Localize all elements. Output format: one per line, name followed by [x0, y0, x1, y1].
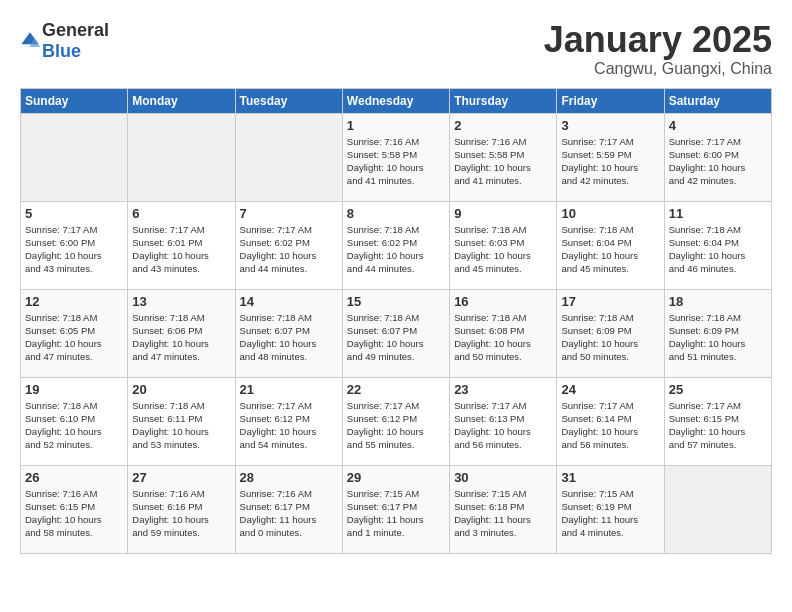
calendar-cell: 10Sunrise: 7:18 AM Sunset: 6:04 PM Dayli…	[557, 201, 664, 289]
day-info: Sunrise: 7:18 AM Sunset: 6:06 PM Dayligh…	[132, 311, 230, 364]
day-info: Sunrise: 7:17 AM Sunset: 6:01 PM Dayligh…	[132, 223, 230, 276]
weekday-header-cell: Saturday	[664, 88, 771, 113]
day-info: Sunrise: 7:15 AM Sunset: 6:18 PM Dayligh…	[454, 487, 552, 540]
calendar-cell	[128, 113, 235, 201]
calendar-cell	[235, 113, 342, 201]
weekday-header-cell: Monday	[128, 88, 235, 113]
day-number: 28	[240, 470, 338, 485]
logo-text: General Blue	[42, 20, 109, 62]
day-info: Sunrise: 7:17 AM Sunset: 6:00 PM Dayligh…	[669, 135, 767, 188]
day-number: 18	[669, 294, 767, 309]
calendar-cell: 20Sunrise: 7:18 AM Sunset: 6:11 PM Dayli…	[128, 377, 235, 465]
weekday-header-cell: Wednesday	[342, 88, 449, 113]
day-number: 26	[25, 470, 123, 485]
day-number: 23	[454, 382, 552, 397]
day-number: 31	[561, 470, 659, 485]
day-number: 3	[561, 118, 659, 133]
calendar-cell: 28Sunrise: 7:16 AM Sunset: 6:17 PM Dayli…	[235, 465, 342, 553]
day-info: Sunrise: 7:18 AM Sunset: 6:05 PM Dayligh…	[25, 311, 123, 364]
calendar-body: 1Sunrise: 7:16 AM Sunset: 5:58 PM Daylig…	[21, 113, 772, 553]
day-number: 11	[669, 206, 767, 221]
day-number: 13	[132, 294, 230, 309]
location-title: Cangwu, Guangxi, China	[544, 60, 772, 78]
day-number: 7	[240, 206, 338, 221]
weekday-header: SundayMondayTuesdayWednesdayThursdayFrid…	[21, 88, 772, 113]
day-number: 15	[347, 294, 445, 309]
calendar-week-row: 5Sunrise: 7:17 AM Sunset: 6:00 PM Daylig…	[21, 201, 772, 289]
day-number: 16	[454, 294, 552, 309]
day-number: 25	[669, 382, 767, 397]
day-info: Sunrise: 7:17 AM Sunset: 5:59 PM Dayligh…	[561, 135, 659, 188]
calendar-cell: 17Sunrise: 7:18 AM Sunset: 6:09 PM Dayli…	[557, 289, 664, 377]
day-number: 24	[561, 382, 659, 397]
calendar-cell	[664, 465, 771, 553]
day-info: Sunrise: 7:15 AM Sunset: 6:17 PM Dayligh…	[347, 487, 445, 540]
calendar-week-row: 12Sunrise: 7:18 AM Sunset: 6:05 PM Dayli…	[21, 289, 772, 377]
calendar-table: SundayMondayTuesdayWednesdayThursdayFrid…	[20, 88, 772, 554]
calendar-cell: 18Sunrise: 7:18 AM Sunset: 6:09 PM Dayli…	[664, 289, 771, 377]
calendar-cell: 14Sunrise: 7:18 AM Sunset: 6:07 PM Dayli…	[235, 289, 342, 377]
calendar-cell: 22Sunrise: 7:17 AM Sunset: 6:12 PM Dayli…	[342, 377, 449, 465]
calendar-cell: 24Sunrise: 7:17 AM Sunset: 6:14 PM Dayli…	[557, 377, 664, 465]
day-number: 21	[240, 382, 338, 397]
day-number: 20	[132, 382, 230, 397]
day-info: Sunrise: 7:16 AM Sunset: 5:58 PM Dayligh…	[347, 135, 445, 188]
day-number: 5	[25, 206, 123, 221]
calendar-cell: 13Sunrise: 7:18 AM Sunset: 6:06 PM Dayli…	[128, 289, 235, 377]
calendar-cell: 8Sunrise: 7:18 AM Sunset: 6:02 PM Daylig…	[342, 201, 449, 289]
day-info: Sunrise: 7:18 AM Sunset: 6:04 PM Dayligh…	[669, 223, 767, 276]
day-info: Sunrise: 7:17 AM Sunset: 6:12 PM Dayligh…	[347, 399, 445, 452]
day-info: Sunrise: 7:18 AM Sunset: 6:08 PM Dayligh…	[454, 311, 552, 364]
day-info: Sunrise: 7:17 AM Sunset: 6:14 PM Dayligh…	[561, 399, 659, 452]
day-number: 22	[347, 382, 445, 397]
day-number: 14	[240, 294, 338, 309]
day-number: 19	[25, 382, 123, 397]
logo-general: General	[42, 20, 109, 40]
calendar-cell: 4Sunrise: 7:17 AM Sunset: 6:00 PM Daylig…	[664, 113, 771, 201]
calendar-cell: 15Sunrise: 7:18 AM Sunset: 6:07 PM Dayli…	[342, 289, 449, 377]
day-info: Sunrise: 7:18 AM Sunset: 6:09 PM Dayligh…	[669, 311, 767, 364]
day-info: Sunrise: 7:18 AM Sunset: 6:07 PM Dayligh…	[347, 311, 445, 364]
day-number: 29	[347, 470, 445, 485]
calendar-cell: 2Sunrise: 7:16 AM Sunset: 5:58 PM Daylig…	[450, 113, 557, 201]
day-info: Sunrise: 7:18 AM Sunset: 6:10 PM Dayligh…	[25, 399, 123, 452]
day-info: Sunrise: 7:16 AM Sunset: 6:16 PM Dayligh…	[132, 487, 230, 540]
calendar-cell: 3Sunrise: 7:17 AM Sunset: 5:59 PM Daylig…	[557, 113, 664, 201]
weekday-header-cell: Sunday	[21, 88, 128, 113]
month-title: January 2025	[544, 20, 772, 60]
calendar-cell: 1Sunrise: 7:16 AM Sunset: 5:58 PM Daylig…	[342, 113, 449, 201]
calendar-cell: 26Sunrise: 7:16 AM Sunset: 6:15 PM Dayli…	[21, 465, 128, 553]
day-number: 12	[25, 294, 123, 309]
calendar-week-row: 1Sunrise: 7:16 AM Sunset: 5:58 PM Daylig…	[21, 113, 772, 201]
calendar-cell: 30Sunrise: 7:15 AM Sunset: 6:18 PM Dayli…	[450, 465, 557, 553]
day-number: 17	[561, 294, 659, 309]
calendar-cell: 12Sunrise: 7:18 AM Sunset: 6:05 PM Dayli…	[21, 289, 128, 377]
calendar-cell: 27Sunrise: 7:16 AM Sunset: 6:16 PM Dayli…	[128, 465, 235, 553]
weekday-header-cell: Tuesday	[235, 88, 342, 113]
header: General Blue January 2025 Cangwu, Guangx…	[20, 20, 772, 78]
logo-blue: Blue	[42, 41, 81, 61]
calendar-cell	[21, 113, 128, 201]
day-info: Sunrise: 7:18 AM Sunset: 6:09 PM Dayligh…	[561, 311, 659, 364]
calendar-cell: 25Sunrise: 7:17 AM Sunset: 6:15 PM Dayli…	[664, 377, 771, 465]
calendar-cell: 23Sunrise: 7:17 AM Sunset: 6:13 PM Dayli…	[450, 377, 557, 465]
calendar-cell: 31Sunrise: 7:15 AM Sunset: 6:19 PM Dayli…	[557, 465, 664, 553]
calendar-cell: 16Sunrise: 7:18 AM Sunset: 6:08 PM Dayli…	[450, 289, 557, 377]
calendar-week-row: 19Sunrise: 7:18 AM Sunset: 6:10 PM Dayli…	[21, 377, 772, 465]
day-info: Sunrise: 7:18 AM Sunset: 6:04 PM Dayligh…	[561, 223, 659, 276]
day-number: 4	[669, 118, 767, 133]
day-info: Sunrise: 7:17 AM Sunset: 6:02 PM Dayligh…	[240, 223, 338, 276]
day-info: Sunrise: 7:17 AM Sunset: 6:15 PM Dayligh…	[669, 399, 767, 452]
day-info: Sunrise: 7:15 AM Sunset: 6:19 PM Dayligh…	[561, 487, 659, 540]
weekday-header-cell: Thursday	[450, 88, 557, 113]
calendar-cell: 21Sunrise: 7:17 AM Sunset: 6:12 PM Dayli…	[235, 377, 342, 465]
day-info: Sunrise: 7:16 AM Sunset: 6:15 PM Dayligh…	[25, 487, 123, 540]
calendar-cell: 9Sunrise: 7:18 AM Sunset: 6:03 PM Daylig…	[450, 201, 557, 289]
day-info: Sunrise: 7:18 AM Sunset: 6:11 PM Dayligh…	[132, 399, 230, 452]
day-info: Sunrise: 7:18 AM Sunset: 6:02 PM Dayligh…	[347, 223, 445, 276]
day-number: 8	[347, 206, 445, 221]
day-info: Sunrise: 7:17 AM Sunset: 6:12 PM Dayligh…	[240, 399, 338, 452]
calendar-cell: 11Sunrise: 7:18 AM Sunset: 6:04 PM Dayli…	[664, 201, 771, 289]
title-block: January 2025 Cangwu, Guangxi, China	[544, 20, 772, 78]
calendar-cell: 5Sunrise: 7:17 AM Sunset: 6:00 PM Daylig…	[21, 201, 128, 289]
